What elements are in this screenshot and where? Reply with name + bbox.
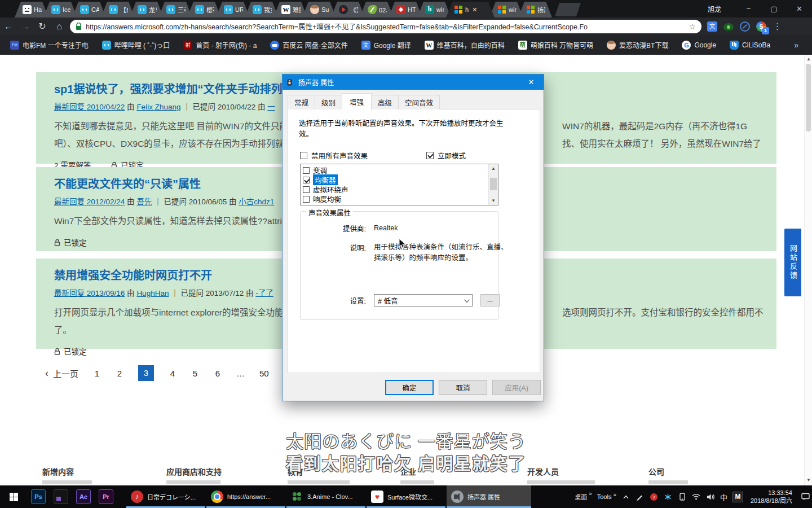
effect-row[interactable]: 虚拟环绕声 <box>301 185 488 194</box>
action-center-icon[interactable] <box>801 492 810 501</box>
browser-tab[interactable]: win1 <box>417 2 451 17</box>
tab-advanced[interactable]: 高级 <box>371 95 399 110</box>
asked-author-link[interactable]: 小古chdz1 <box>239 198 274 206</box>
browser-tab[interactable]: HTM <box>389 2 422 17</box>
checkbox-icon[interactable] <box>300 152 307 159</box>
more-settings-button[interactable]: ... <box>480 294 500 306</box>
scrollbar-thumb[interactable] <box>490 178 497 190</box>
reload-icon[interactable]: ↻ <box>34 21 51 32</box>
m-tray-icon[interactable]: M <box>732 492 743 502</box>
browser-tab[interactable]: 难民 <box>273 2 307 17</box>
tab-close-icon[interactable]: ✕ <box>472 6 477 14</box>
disable-all-checkbox[interactable]: 禁用所有声音效果 <box>300 150 368 161</box>
blue-star-tray-icon[interactable] <box>664 492 673 501</box>
checkbox-checked-icon[interactable] <box>303 177 310 183</box>
page-number-active[interactable]: 3 <box>138 365 154 381</box>
checkbox-icon[interactable] <box>303 186 310 193</box>
close-button[interactable]: ✕ <box>787 0 812 17</box>
taskbar-app-player[interactable]: Surface微软交... <box>367 485 445 508</box>
scroll-up-icon[interactable]: ▲ <box>806 56 811 62</box>
device-tray-icon[interactable] <box>678 492 687 501</box>
taskbar-clock[interactable]: 13:33:54 2018/8/18/周六 <box>751 489 792 505</box>
bookmark-item[interactable]: CiLiSoBa <box>730 41 770 50</box>
reply-author-link[interactable]: HughHan <box>136 289 169 297</box>
checkbox-icon[interactable] <box>303 196 310 203</box>
cancel-button[interactable]: 取消 <box>439 380 487 395</box>
site-feedback-tab[interactable]: 网站反馈 <box>784 229 801 296</box>
taskbar-app-clover[interactable]: 3.Anime - Clov... <box>286 485 365 508</box>
browser-tab[interactable]: CAN <box>72 2 106 17</box>
effect-row[interactable]: 响度均衡 <box>301 194 488 204</box>
browser-tab[interactable]: 龙与 <box>130 2 164 17</box>
browser-tab[interactable]: 樱花 <box>187 2 221 17</box>
page-number[interactable]: 2 <box>116 369 123 378</box>
browser-tab[interactable]: 扬声 <box>518 2 552 17</box>
aftereffects-pinned-icon[interactable]: Ae <box>72 485 95 508</box>
checkbox-checked-icon[interactable] <box>426 152 434 159</box>
browser-tab[interactable]: Sund <box>302 2 336 17</box>
volume-tray-icon[interactable] <box>706 492 715 501</box>
asked-author-link[interactable]: 一 <box>267 103 275 111</box>
page-number[interactable]: 50 <box>259 369 269 378</box>
new-tab-button[interactable] <box>555 3 581 16</box>
dialog-titlebar[interactable]: 扬声器 属性 ✕ <box>283 75 544 90</box>
prev-page-button[interactable]: ‹上一页 <box>45 367 78 379</box>
listbox-scrollbar[interactable]: ▲ ▼ <box>488 164 498 205</box>
setting-dropdown[interactable]: # 低音 <box>374 294 473 306</box>
bookmark-star-icon[interactable]: ☆ <box>689 22 696 31</box>
bookmark-item[interactable]: 爱恋动漫BT下载 <box>607 40 668 50</box>
eye-extension-icon[interactable] <box>723 23 734 31</box>
checkbox-icon[interactable] <box>303 167 310 174</box>
scroll-up-icon[interactable]: ▲ <box>491 166 496 171</box>
browser-tab-active[interactable]: h✕ <box>446 2 495 17</box>
netease-tray-icon[interactable]: ♪ <box>650 492 659 501</box>
reply-date-link[interactable]: 最新回复 2012/02/24 <box>54 198 125 206</box>
ime-indicator[interactable]: 中 <box>720 492 727 502</box>
immediate-mode-checkbox[interactable]: 立即模式 <box>426 150 466 161</box>
back-icon[interactable]: ← <box>0 21 17 32</box>
network-tray-icon[interactable] <box>692 492 701 501</box>
bookmarks-overflow-icon[interactable]: » <box>794 41 798 50</box>
bookmark-item[interactable]: 百度云 网盘-全部文件 <box>270 40 347 50</box>
reply-date-link[interactable]: 最新回复 2010/04/22 <box>54 103 125 111</box>
bookmark-item[interactable]: Google 翻译 <box>361 40 411 50</box>
page-number[interactable]: 5 <box>191 369 199 378</box>
desktop-toolbar[interactable]: 桌面 <box>575 492 592 501</box>
tab-levels[interactable]: 级别 <box>315 95 342 110</box>
tab-enhancements-active[interactable]: 增强 <box>342 93 372 110</box>
hidden-icons-chevron[interactable] <box>621 492 630 501</box>
tools-toolbar[interactable]: Tools <box>597 493 616 500</box>
browser-tab[interactable]: IceC <box>43 2 77 17</box>
asked-author-link[interactable]: -了了 <box>255 289 273 297</box>
page-number[interactable]: 6 <box>214 369 222 378</box>
translate-extension-icon[interactable] <box>707 21 717 32</box>
profile-name[interactable]: 旭龙 <box>708 4 721 14</box>
effect-row[interactable]: 变调 <box>301 165 488 175</box>
ok-button[interactable]: 确定 <box>385 380 434 395</box>
page-number[interactable]: 1 <box>93 369 101 378</box>
dark-app-pinned-icon[interactable] <box>50 485 72 508</box>
reply-author-link[interactable]: 吾先 <box>136 198 152 206</box>
page-number[interactable]: 4 <box>169 369 176 378</box>
tab-general[interactable]: 常规 <box>288 95 315 110</box>
maximize-button[interactable]: ▢ <box>761 0 787 17</box>
forward-icon[interactable]: → <box>17 21 34 32</box>
chrome-menu-icon[interactable]: ⋮ <box>773 21 782 32</box>
reply-date-link[interactable]: 最新回复 2013/09/16 <box>54 289 125 297</box>
bookmark-item[interactable]: 电影FM 一个专注于电 <box>10 40 89 50</box>
page-scrollbar[interactable]: ▲ ▼ <box>804 55 812 485</box>
effect-row-selected[interactable]: 均衡器 <box>301 175 488 185</box>
tab-spatial[interactable]: 空间音效 <box>398 95 440 110</box>
browser-tab[interactable]: wind <box>489 2 523 17</box>
browser-tab[interactable]: 我女 <box>245 2 279 17</box>
browser-tab[interactable]: Happ <box>15 2 48 17</box>
bookmark-item[interactable]: 萌娘百科 万物皆可萌 <box>518 40 593 50</box>
bookmark-item[interactable]: 哔哩哔哩 ( ˚-˚)っ口 <box>102 40 170 50</box>
session-extension-icon[interactable]: 1 <box>756 21 766 32</box>
taskbar-app-speaker-active[interactable]: 扬声器 属性 <box>447 485 531 508</box>
browser-tab[interactable]: 三者 <box>158 2 192 17</box>
scrollbar-thumb[interactable] <box>806 64 811 132</box>
browser-tab[interactable]: 【BD <box>101 2 135 17</box>
scroll-down-icon[interactable]: ▼ <box>806 478 811 483</box>
bookmark-item[interactable]: 首页 - 射手网(伪) - a <box>183 40 257 50</box>
